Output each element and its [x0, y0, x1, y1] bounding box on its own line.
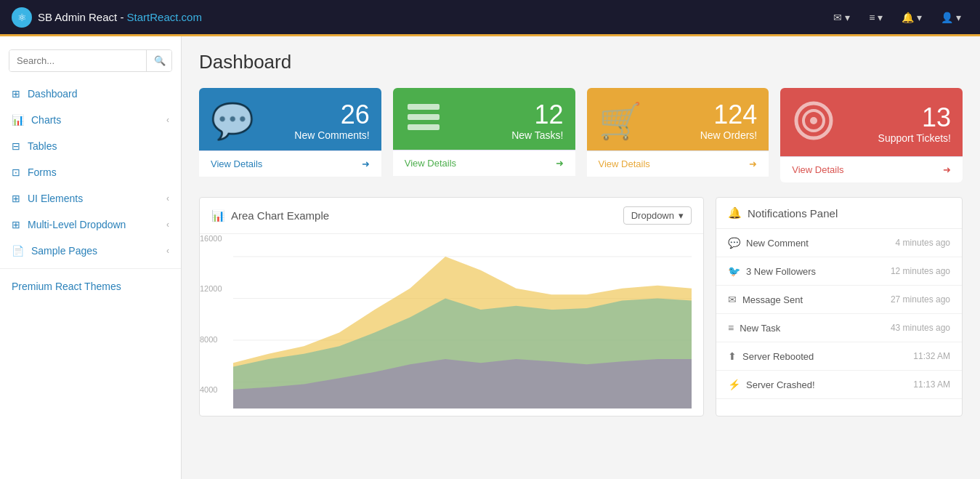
task-icon: ≡: [728, 322, 734, 334]
orders-stat-card: 🛒 124 New Orders! View Details ➜: [587, 88, 769, 182]
search-box: 🔍: [9, 49, 172, 72]
svg-rect-1: [408, 114, 440, 120]
notif-item-new-task[interactable]: ≡ New Task 43 minutes ago: [716, 314, 962, 342]
chart-dropdown[interactable]: Dropdown ▾: [623, 206, 692, 225]
card-top-orders: 🛒 124 New Orders!: [587, 88, 769, 150]
card-top-tickets: 13 Support Tickets!: [780, 88, 963, 156]
notif-item-server-rebooted[interactable]: ⬆ Server Rebooted 11:32 AM: [716, 342, 962, 371]
sidebar-item-label: Tables: [28, 140, 57, 152]
arrow-right-icon: ➜: [749, 158, 757, 169]
notif-item-message-sent[interactable]: ✉ Message Sent 27 minutes ago: [716, 286, 962, 314]
notifications-header: 🔔 Notifications Panel: [716, 198, 962, 229]
notif-item-new-comment[interactable]: 💬 New Comment 4 minutes ago: [716, 229, 962, 257]
dashboard-icon: ⊞: [12, 88, 20, 100]
orders-numbers: 124 New Orders!: [700, 102, 758, 141]
alerts-button[interactable]: 🔔 ▾: [894, 7, 929, 28]
tasks-view-details[interactable]: View Details ➜: [393, 150, 575, 176]
sidebar-item-multilevel[interactable]: ⊞ Multi-Level Dropdown ‹: [0, 212, 181, 238]
main-content: Dashboard 💬 26 New Comments! View Detail…: [182, 36, 980, 479]
sidebar-item-label: Forms: [28, 166, 57, 178]
arrow-right-icon: ➜: [943, 164, 951, 175]
brand-icon: ⚛: [12, 7, 32, 28]
chevron-icon: ‹: [166, 193, 169, 204]
tasks-numbers: 12 New Tasks!: [511, 102, 563, 141]
chart-body: 16000 12000 8000 4000: [200, 234, 703, 416]
charts-icon: 📊: [12, 114, 24, 126]
tasks-label: New Tasks!: [511, 129, 563, 141]
chevron-icon: ‹: [166, 115, 169, 125]
tickets-view-details[interactable]: View Details ➜: [780, 156, 963, 182]
chevron-icon: ‹: [166, 220, 169, 230]
lightning-icon: ⚡: [728, 379, 740, 390]
tickets-label: Support Tickets!: [878, 132, 951, 144]
notif-item-server-crashed[interactable]: ⚡ Server Crashed! 11:13 AM: [716, 371, 962, 399]
sidebar-item-ui-elements[interactable]: ⊞ UI Elements ‹: [0, 185, 181, 212]
navbar-right: ✉ ▾ ≡ ▾ 🔔 ▾ 👤 ▾: [826, 7, 968, 28]
area-chart-svg: [233, 241, 692, 408]
stat-cards: 💬 26 New Comments! View Details ➜: [199, 88, 963, 182]
tables-icon: ⊟: [12, 140, 20, 152]
notifications-panel: 🔔 Notifications Panel 💬 New Comment 4 mi…: [716, 197, 963, 416]
ui-elements-icon: ⊞: [12, 193, 20, 204]
orders-icon: 🛒: [599, 101, 642, 142]
tickets-stat-card: 13 Support Tickets! View Details ➜: [780, 88, 963, 182]
sidebar-item-dashboard[interactable]: ⊞ Dashboard: [0, 81, 181, 107]
search-button[interactable]: 🔍: [146, 50, 172, 71]
sidebar-item-label: Multi-Level Dropdown: [28, 219, 126, 230]
sidebar-divider: [0, 268, 181, 269]
multilevel-icon: ⊞: [12, 219, 20, 230]
arrow-right-icon: ➜: [556, 158, 564, 169]
svg-rect-0: [408, 104, 440, 110]
svg-rect-2: [408, 124, 440, 130]
arrow-right-icon: ➜: [362, 158, 370, 169]
forms-icon: ⊡: [12, 166, 20, 178]
tasks-count: 12: [511, 102, 563, 128]
chart-header: 📊 Area Chart Example Dropdown ▾: [200, 198, 703, 234]
tasks-icon: [405, 101, 442, 141]
sidebar-item-label: UI Elements: [28, 193, 83, 204]
comment-icon: 💬: [728, 237, 740, 249]
layout: 🔍 ⊞ Dashboard 📊 Charts ‹ ⊟ Tables ⊡ Fo: [0, 36, 980, 479]
chart-icon: 📊: [211, 209, 225, 222]
orders-view-details[interactable]: View Details ➜: [587, 150, 769, 177]
messages-button[interactable]: ✉ ▾: [826, 7, 857, 28]
navbar: ⚛ SB Admin React - StartReact.com ✉ ▾ ≡ …: [0, 0, 980, 36]
comments-stat-card: 💬 26 New Comments! View Details ➜: [199, 88, 381, 182]
comments-count: 26: [294, 102, 369, 128]
sidebar-premium-link[interactable]: Premium React Themes: [0, 273, 181, 299]
twitter-icon: 🐦: [728, 265, 740, 277]
sidebar-item-charts[interactable]: 📊 Charts ‹: [0, 107, 181, 133]
orders-count: 124: [700, 102, 758, 128]
chevron-icon: ‹: [166, 246, 169, 256]
comments-label: New Comments!: [294, 129, 369, 141]
search-input[interactable]: [9, 50, 146, 71]
envelope-icon: ✉: [728, 294, 737, 305]
sidebar-item-label: Dashboard: [28, 88, 78, 100]
comments-view-details[interactable]: View Details ➜: [199, 150, 381, 177]
chart-y-labels: 16000 12000 8000 4000: [200, 234, 222, 394]
dropdown-chevron-icon: ▾: [679, 210, 684, 221]
chart-panel: 📊 Area Chart Example Dropdown ▾ 16000 12…: [199, 197, 704, 416]
brand-text: SB Admin React - StartReact.com: [38, 11, 202, 23]
bottom-section: 📊 Area Chart Example Dropdown ▾ 16000 12…: [199, 197, 963, 416]
tickets-numbers: 13 Support Tickets!: [878, 105, 951, 144]
comments-numbers: 26 New Comments!: [294, 102, 369, 141]
sidebar-item-forms[interactable]: ⊡ Forms: [0, 159, 181, 185]
sidebar-item-tables[interactable]: ⊟ Tables: [0, 133, 181, 159]
svg-point-5: [810, 117, 817, 124]
tickets-count: 13: [878, 105, 951, 131]
comments-icon: 💬: [211, 101, 254, 142]
bell-icon: 🔔: [728, 206, 742, 220]
tasks-stat-card: 12 New Tasks! View Details ➜: [393, 88, 575, 182]
tasks-button[interactable]: ≡ ▾: [862, 7, 890, 28]
user-button[interactable]: 👤 ▾: [934, 7, 968, 28]
upload-icon: ⬆: [728, 350, 737, 362]
sample-pages-icon: 📄: [12, 245, 24, 257]
sidebar-item-label: Sample Pages: [31, 245, 97, 257]
orders-label: New Orders!: [700, 129, 758, 141]
notif-item-new-followers[interactable]: 🐦 3 New Followers 12 minutes ago: [716, 257, 962, 286]
sidebar-item-sample-pages[interactable]: 📄 Sample Pages ‹: [0, 238, 181, 264]
card-top-tasks: 12 New Tasks!: [393, 88, 575, 150]
card-top-comments: 💬 26 New Comments!: [199, 88, 381, 150]
brand: ⚛ SB Admin React - StartReact.com: [12, 7, 202, 28]
